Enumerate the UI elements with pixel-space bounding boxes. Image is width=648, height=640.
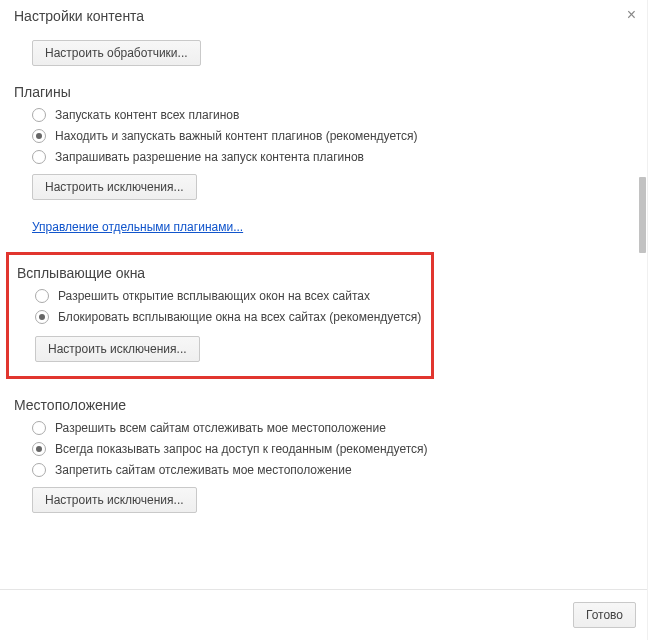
location-option-ask[interactable]: Всегда показывать запрос на доступ к гео… xyxy=(32,442,634,456)
radio-icon xyxy=(32,129,46,143)
configure-handlers-button[interactable]: Настроить обработчики... xyxy=(32,40,201,66)
popups-exceptions-button[interactable]: Настроить исключения... xyxy=(35,336,200,362)
radio-icon xyxy=(35,310,49,324)
location-exceptions-button[interactable]: Настроить исключения... xyxy=(32,487,197,513)
radio-label: Находить и запускать важный контент плаг… xyxy=(55,129,418,143)
radio-label: Разрешить всем сайтам отслеживать мое ме… xyxy=(55,421,386,435)
radio-icon xyxy=(32,421,46,435)
scrollbar-track[interactable] xyxy=(638,37,646,588)
radio-label: Разрешить открытие всплывающих окон на в… xyxy=(58,289,370,303)
section-title-plugins: Плагины xyxy=(14,84,634,100)
divider xyxy=(0,589,647,590)
radio-icon xyxy=(32,108,46,122)
content-area: Настроить обработчики... Плагины Запуска… xyxy=(0,30,634,588)
radio-icon xyxy=(32,442,46,456)
radio-label: Запретить сайтам отслеживать мое местопо… xyxy=(55,463,352,477)
radio-icon xyxy=(35,289,49,303)
popups-highlight: Всплывающие окна Разрешить открытие вспл… xyxy=(6,252,434,379)
plugins-option-run-all[interactable]: Запускать контент всех плагинов xyxy=(32,108,634,122)
radio-label: Блокировать всплывающие окна на всех сай… xyxy=(58,310,421,324)
popups-option-block[interactable]: Блокировать всплывающие окна на всех сай… xyxy=(35,310,423,324)
section-title-popups: Всплывающие окна xyxy=(17,265,423,281)
radio-icon xyxy=(32,150,46,164)
plugins-exceptions-button[interactable]: Настроить исключения... xyxy=(32,174,197,200)
radio-label: Запускать контент всех плагинов xyxy=(55,108,239,122)
page-title: Настройки контента xyxy=(14,8,144,24)
location-option-allow[interactable]: Разрешить всем сайтам отслеживать мое ме… xyxy=(32,421,634,435)
close-icon[interactable]: × xyxy=(627,6,636,24)
radio-label: Запрашивать разрешение на запуск контент… xyxy=(55,150,364,164)
section-title-location: Местоположение xyxy=(14,397,634,413)
plugins-option-ask[interactable]: Запрашивать разрешение на запуск контент… xyxy=(32,150,634,164)
location-option-block[interactable]: Запретить сайтам отслеживать мое местопо… xyxy=(32,463,634,477)
radio-icon xyxy=(32,463,46,477)
scrollbar-thumb[interactable] xyxy=(639,177,646,253)
plugins-option-detect-important[interactable]: Находить и запускать важный контент плаг… xyxy=(32,129,634,143)
popups-option-allow[interactable]: Разрешить открытие всплывающих окон на в… xyxy=(35,289,423,303)
radio-label: Всегда показывать запрос на доступ к гео… xyxy=(55,442,428,456)
done-button[interactable]: Готово xyxy=(573,602,636,628)
manage-plugins-link[interactable]: Управление отдельными плагинами... xyxy=(32,220,243,234)
